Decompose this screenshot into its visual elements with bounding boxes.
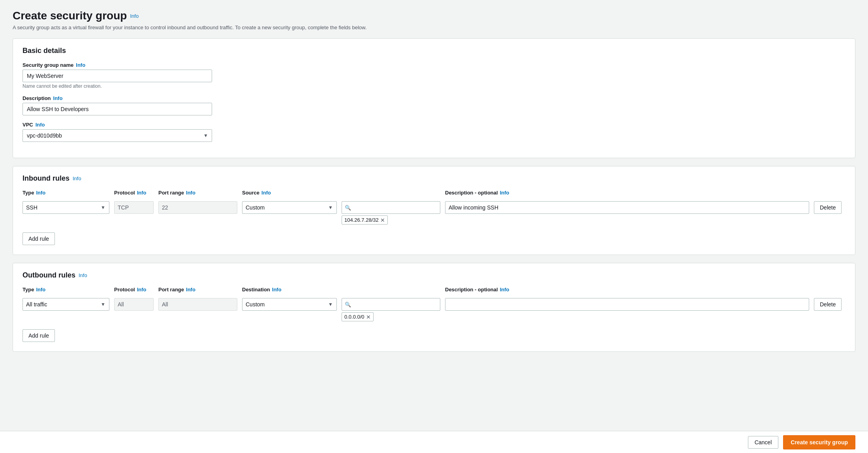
outbound-desc-info-link[interactable]: Info <box>500 287 509 293</box>
vpc-select-wrapper: vpc-d010d9bb ▼ <box>23 129 212 142</box>
page-info-link[interactable]: Info <box>130 13 139 19</box>
outbound-add-rule-button[interactable]: Add rule <box>23 329 55 342</box>
inbound-rules-title: Inbound rules <box>23 174 70 183</box>
inbound-add-rule-button[interactable]: Add rule <box>23 232 55 245</box>
page-header: Create security group Info <box>13 9 855 22</box>
outbound-col-port-header: Port range Info <box>158 287 237 295</box>
inbound-delete-col: Delete <box>814 201 845 214</box>
inbound-search-icon: 🔍 <box>345 205 351 211</box>
outbound-type-select[interactable]: All traffic <box>23 298 109 311</box>
outbound-dest-search-col: 🔍 0.0.0.0/0 ✕ <box>342 298 440 321</box>
sg-name-label: Security group name Info <box>23 62 845 68</box>
outbound-delete-button[interactable]: Delete <box>814 298 842 311</box>
outbound-col-desc-header: Description - optional Info <box>445 287 809 295</box>
outbound-rules-card: Outbound rules Info Type Info Protocol I… <box>13 263 855 352</box>
sg-name-input[interactable] <box>23 70 212 82</box>
outbound-type-col: All traffic ▼ <box>23 298 109 311</box>
inbound-col-headers: Type Info Protocol Info Port range Info … <box>23 190 845 198</box>
inbound-port-input <box>158 201 237 214</box>
vpc-select[interactable]: vpc-d010d9bb <box>23 129 212 142</box>
desc-field-group: Description Info <box>23 95 845 115</box>
inbound-port-info-link[interactable]: Info <box>186 190 195 196</box>
sg-name-hint: Name cannot be edited after creation. <box>23 83 845 89</box>
inbound-protocol-col <box>114 201 154 214</box>
inbound-protocol-info-link[interactable]: Info <box>137 190 147 196</box>
outbound-dest-search-input[interactable] <box>342 298 440 311</box>
outbound-port-info-link[interactable]: Info <box>186 287 195 293</box>
outbound-rule-row: All traffic ▼ Custom ▼ <box>23 298 845 321</box>
inbound-source-tag-remove[interactable]: ✕ <box>380 217 385 223</box>
outbound-search-icon: 🔍 <box>345 302 351 308</box>
inbound-source-tag-container: 104.26.7.28/32 ✕ <box>342 215 440 225</box>
outbound-protocol-input <box>114 298 154 311</box>
outbound-desc-col <box>445 298 809 311</box>
outbound-dest-search-wrapper: 🔍 <box>342 298 440 311</box>
outbound-port-input <box>158 298 237 311</box>
outbound-desc-input[interactable] <box>445 298 809 311</box>
inbound-type-col: SSH ▼ <box>23 201 109 214</box>
inbound-rules-header: Inbound rules Info <box>23 174 845 183</box>
inbound-rules-info-link[interactable]: Info <box>73 176 81 181</box>
outbound-port-col <box>158 298 237 311</box>
vpc-label: VPC Info <box>23 122 845 128</box>
outbound-rules-title: Outbound rules <box>23 271 75 279</box>
outbound-rules-info-link[interactable]: Info <box>79 272 87 278</box>
inbound-source-search-wrapper: 🔍 <box>342 201 440 214</box>
outbound-delete-col: Delete <box>814 298 845 311</box>
sg-name-info-link[interactable]: Info <box>76 62 85 68</box>
outbound-col-dest-header: Destination Info <box>242 287 337 295</box>
page-description: A security group acts as a virtual firew… <box>13 25 855 30</box>
create-security-group-button[interactable]: Create security group <box>783 435 855 449</box>
desc-label: Description Info <box>23 95 845 101</box>
inbound-type-select-wrapper: SSH ▼ <box>23 201 109 214</box>
desc-info-link[interactable]: Info <box>53 95 63 101</box>
outbound-dest-dropdown-col: Custom ▼ <box>242 298 337 311</box>
sg-name-field-group: Security group name Info Name cannot be … <box>23 62 845 89</box>
vpc-field-group: VPC Info vpc-d010d9bb ▼ <box>23 122 845 142</box>
inbound-source-select-wrapper: Custom ▼ <box>242 201 337 214</box>
inbound-protocol-input <box>114 201 154 214</box>
page-container: Create security group Info A security gr… <box>0 0 868 391</box>
basic-details-header: Basic details <box>23 47 845 55</box>
inbound-desc-input[interactable] <box>445 201 809 214</box>
footer-bar: Cancel Create security group <box>0 431 868 453</box>
outbound-col-headers: Type Info Protocol Info Port range Info … <box>23 287 845 295</box>
basic-details-title: Basic details <box>23 47 66 55</box>
desc-input[interactable] <box>23 103 212 115</box>
cancel-button[interactable]: Cancel <box>748 436 779 449</box>
inbound-source-tag: 104.26.7.28/32 ✕ <box>342 215 388 225</box>
inbound-type-select[interactable]: SSH <box>23 201 109 214</box>
inbound-desc-info-link[interactable]: Info <box>500 190 509 196</box>
inbound-rule-row: SSH ▼ Custom ▼ <box>23 201 845 225</box>
inbound-source-info-link[interactable]: Info <box>261 190 271 196</box>
inbound-col-source-header: Source Info <box>242 190 337 198</box>
outbound-dest-tag-container: 0.0.0.0/0 ✕ <box>342 312 440 321</box>
inbound-rules-card: Inbound rules Info Type Info Protocol In… <box>13 166 855 255</box>
inbound-col-port-header: Port range Info <box>158 190 237 198</box>
inbound-source-dropdown-col: Custom ▼ <box>242 201 337 214</box>
inbound-source-search-input[interactable] <box>342 201 440 214</box>
basic-details-card: Basic details Security group name Info N… <box>13 38 855 158</box>
inbound-delete-button[interactable]: Delete <box>814 201 842 214</box>
outbound-dest-select-wrapper: Custom ▼ <box>242 298 337 311</box>
outbound-rules-header: Outbound rules Info <box>23 271 845 279</box>
outbound-protocol-info-link[interactable]: Info <box>137 287 147 293</box>
inbound-port-col <box>158 201 237 214</box>
inbound-col-protocol-header: Protocol Info <box>114 190 154 198</box>
outbound-dest-select[interactable]: Custom <box>242 298 337 311</box>
inbound-col-desc-header: Description - optional Info <box>445 190 809 198</box>
outbound-col-type-header: Type Info <box>23 287 109 295</box>
outbound-dest-tag-remove[interactable]: ✕ <box>366 314 371 320</box>
outbound-type-select-wrapper: All traffic ▼ <box>23 298 109 311</box>
inbound-source-search-col: 🔍 104.26.7.28/32 ✕ <box>342 201 440 225</box>
outbound-type-info-link[interactable]: Info <box>36 287 45 293</box>
inbound-source-select[interactable]: Custom <box>242 201 337 214</box>
outbound-dest-info-link[interactable]: Info <box>272 287 282 293</box>
outbound-dest-tag: 0.0.0.0/0 ✕ <box>342 312 374 321</box>
page-title: Create security group <box>13 9 127 22</box>
inbound-desc-col <box>445 201 809 214</box>
inbound-type-info-link[interactable]: Info <box>36 190 45 196</box>
outbound-protocol-col <box>114 298 154 311</box>
inbound-col-type-header: Type Info <box>23 190 109 198</box>
vpc-info-link[interactable]: Info <box>36 122 45 128</box>
